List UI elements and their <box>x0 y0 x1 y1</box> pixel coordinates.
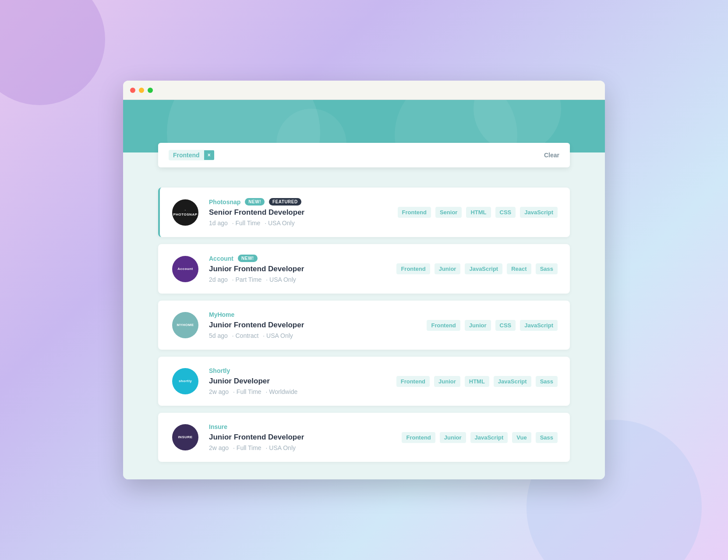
job-type: Full Time <box>237 444 262 451</box>
tag-javascript[interactable]: JavaScript <box>520 320 558 331</box>
tag-frontend[interactable]: Frontend <box>427 320 460 331</box>
titlebar <box>123 81 605 100</box>
clear-filter-button[interactable]: Clear <box>544 152 559 159</box>
job-type: Full Time <box>236 220 261 227</box>
filter-tag-text: Frontend <box>169 150 204 160</box>
time-ago: 2w ago <box>209 444 229 451</box>
tag-sass[interactable]: Sass <box>536 376 558 387</box>
job-location: USA Only <box>269 276 296 283</box>
minimize-button[interactable] <box>139 88 144 93</box>
job-card-myhome: MYHOME MyHome Junior Frontend Developer … <box>158 301 570 350</box>
company-name-insure: Insure <box>209 423 227 430</box>
company-name-myhome: MyHome <box>209 311 234 318</box>
job-location: USA Only <box>266 332 293 339</box>
job-tags-photosnap: FrontendSeniorHTMLCSSJavaScript <box>398 207 558 218</box>
tag-frontend[interactable]: Frontend <box>398 207 431 218</box>
job-title-account[interactable]: Junior Frontend Developer <box>209 265 386 273</box>
job-card-shortly: shortly Shortly Junior Developer 2w ago … <box>158 357 570 406</box>
job-tags-myhome: FrontendJuniorCSSJavaScript <box>427 320 558 331</box>
company-row: Shortly <box>209 367 386 374</box>
tag-frontend[interactable]: Frontend <box>402 432 435 443</box>
maximize-button[interactable] <box>148 88 153 93</box>
tag-javascript[interactable]: JavaScript <box>465 263 502 274</box>
job-title-insure[interactable]: Junior Frontend Developer <box>209 433 391 442</box>
company-row: Photosnap NEW!FEATURED <box>209 198 387 206</box>
app-window: Frontend × Clear · PHOTOSNAP Photosnap N… <box>123 81 605 479</box>
filter-tag-frontend[interactable]: Frontend × <box>169 150 214 160</box>
time-ago: 2d ago <box>209 276 228 283</box>
badge-featured: FEATURED <box>269 198 301 206</box>
job-type: Part Time <box>236 276 262 283</box>
tag-sass[interactable]: Sass <box>536 432 558 443</box>
company-logo-account: Account <box>172 256 198 282</box>
job-tags-shortly: FrontendJuniorHTMLJavaScriptSass <box>396 376 558 387</box>
tag-vue[interactable]: Vue <box>512 432 531 443</box>
tag-javascript[interactable]: JavaScript <box>520 207 558 218</box>
job-info-photosnap: Photosnap NEW!FEATURED Senior Frontend D… <box>209 198 387 227</box>
job-meta-myhome: 5d ago · Contract · USA Only <box>209 332 416 339</box>
tag-junior[interactable]: Junior <box>465 320 491 331</box>
tag-css[interactable]: CSS <box>495 320 516 331</box>
job-tags-account: FrontendJuniorJavaScriptReactSass <box>396 263 558 274</box>
filter-tag-remove[interactable]: × <box>204 150 214 160</box>
close-button[interactable] <box>130 88 135 93</box>
tag-html[interactable]: HTML <box>465 376 489 387</box>
tag-frontend[interactable]: Frontend <box>396 376 430 387</box>
tag-frontend[interactable]: Frontend <box>396 263 430 274</box>
company-name-photosnap: Photosnap <box>209 198 240 206</box>
job-info-shortly: Shortly Junior Developer 2w ago · Full T… <box>209 367 386 395</box>
job-type: Full Time <box>237 388 262 395</box>
badge-new: NEW! <box>238 255 258 262</box>
job-location: USA Only <box>269 444 296 451</box>
job-location: Worldwide <box>269 388 297 395</box>
tag-sass[interactable]: Sass <box>536 263 558 274</box>
job-card-account: Account Account NEW! Junior Frontend Dev… <box>158 244 570 294</box>
job-card-photosnap: · PHOTOSNAP Photosnap NEW!FEATURED Senio… <box>158 188 570 237</box>
company-logo-myhome: MYHOME <box>172 312 198 338</box>
content-area: Frontend × Clear · PHOTOSNAP Photosnap N… <box>123 152 605 479</box>
job-title-photosnap[interactable]: Senior Frontend Developer <box>209 208 387 217</box>
job-info-myhome: MyHome Junior Frontend Developer 5d ago … <box>209 311 416 339</box>
time-ago: 1d ago <box>209 220 228 227</box>
tag-senior[interactable]: Senior <box>435 207 462 218</box>
job-card-insure: INSURE Insure Junior Frontend Developer … <box>158 413 570 462</box>
tag-javascript[interactable]: JavaScript <box>494 376 531 387</box>
job-meta-account: 2d ago · Part Time · USA Only <box>209 276 386 283</box>
company-row: Account NEW! <box>209 255 386 262</box>
company-row: MyHome <box>209 311 416 318</box>
company-logo-insure: INSURE <box>172 424 198 450</box>
job-location: USA Only <box>268 220 295 227</box>
job-title-shortly[interactable]: Junior Developer <box>209 377 386 386</box>
job-meta-photosnap: 1d ago · Full Time · USA Only <box>209 220 387 227</box>
company-row: Insure <box>209 423 391 430</box>
company-logo-shortly: shortly <box>172 368 198 394</box>
job-info-insure: Insure Junior Frontend Developer 2w ago … <box>209 423 391 451</box>
job-meta-shortly: 2w ago · Full Time · Worldwide <box>209 388 386 395</box>
tag-javascript[interactable]: JavaScript <box>470 432 508 443</box>
tag-react[interactable]: React <box>507 263 531 274</box>
badge-new: NEW! <box>245 198 265 206</box>
filter-bar: Frontend × Clear <box>158 143 570 167</box>
job-tags-insure: FrontendJuniorJavaScriptVueSass <box>402 432 558 443</box>
company-name-account: Account <box>209 255 233 262</box>
time-ago: 2w ago <box>209 388 229 395</box>
job-title-myhome[interactable]: Junior Frontend Developer <box>209 321 416 330</box>
job-type: Contract <box>236 332 259 339</box>
tag-junior[interactable]: Junior <box>434 376 460 387</box>
tag-css[interactable]: CSS <box>495 207 516 218</box>
job-list: · PHOTOSNAP Photosnap NEW!FEATURED Senio… <box>158 188 570 462</box>
tag-junior[interactable]: Junior <box>435 263 461 274</box>
tag-junior[interactable]: Junior <box>440 432 466 443</box>
company-name-shortly: Shortly <box>209 367 230 374</box>
time-ago: 5d ago <box>209 332 228 339</box>
job-meta-insure: 2w ago · Full Time · USA Only <box>209 444 391 451</box>
company-logo-photosnap: · PHOTOSNAP <box>172 199 198 226</box>
job-info-account: Account NEW! Junior Frontend Developer 2… <box>209 255 386 283</box>
tag-html[interactable]: HTML <box>466 207 491 218</box>
